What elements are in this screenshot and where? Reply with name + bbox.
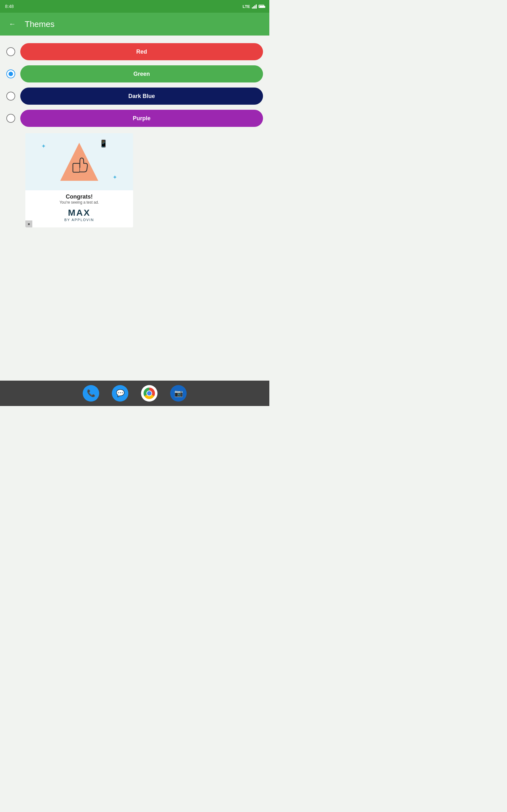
phone-outline-icon: 📱 — [99, 140, 108, 148]
theme-pill-dark-blue[interactable]: Dark Blue — [20, 88, 263, 105]
battery-icon — [259, 5, 264, 8]
thumbs-up-svg — [57, 140, 101, 184]
theme-pill-red[interactable]: Red — [20, 43, 263, 60]
nav-messages-button[interactable]: 💬 — [112, 385, 128, 402]
svg-marker-0 — [60, 143, 98, 181]
ad-image: ✦ ✦ 📱 — [25, 133, 133, 190]
camera-nav-icon: 📷 — [174, 389, 183, 397]
radio-dark-blue[interactable] — [6, 92, 15, 101]
ad-text-section: Congrats! You're seeing a test ad. MAX B… — [25, 190, 133, 227]
ad-max-logo: MAX BY APPLOVIN — [31, 208, 128, 223]
radio-green[interactable] — [6, 69, 15, 78]
nav-chrome-button[interactable] — [141, 385, 158, 402]
sparkle-icon-2: ✦ — [112, 174, 117, 181]
back-button[interactable]: ← — [6, 18, 18, 30]
sparkle-icon-1: ✦ — [41, 143, 46, 150]
nav-camera-button[interactable]: 📷 — [170, 385, 187, 402]
radio-purple[interactable] — [6, 114, 15, 123]
chrome-icon — [144, 388, 155, 399]
content-area: Red Green Dark Blue Purple ✦ ✦ 📱 — [0, 36, 269, 380]
theme-pill-green[interactable]: Green — [20, 65, 263, 83]
ad-sub-text: You're seeing a test ad. — [31, 200, 128, 205]
lte-indicator: LTE — [242, 4, 250, 9]
theme-row-red: Red — [6, 43, 263, 60]
theme-pill-purple[interactable]: Purple — [20, 110, 263, 127]
theme-row-dark-blue: Dark Blue — [6, 88, 263, 105]
bottom-nav: 📞 💬 📷 — [0, 380, 269, 406]
signal-icon — [252, 4, 257, 9]
status-icons: LTE — [242, 4, 264, 9]
nav-phone-button[interactable]: 📞 — [83, 385, 99, 402]
theme-row-purple: Purple — [6, 110, 263, 127]
status-bar: 8:48 LTE — [0, 0, 269, 13]
theme-row-green: Green — [6, 65, 263, 83]
by-applovin-label: BY APPLOVIN — [31, 218, 128, 222]
svg-rect-1 — [73, 163, 80, 172]
app-bar: ← Themes — [0, 13, 269, 36]
radio-red[interactable] — [6, 47, 15, 56]
ad-close-button[interactable]: ■ — [25, 220, 32, 227]
messages-nav-icon: 💬 — [116, 389, 124, 397]
max-label: MAX — [31, 208, 128, 218]
phone-nav-icon: 📞 — [87, 389, 95, 397]
ad-congrats-text: Congrats! — [31, 194, 128, 200]
page-title: Themes — [25, 19, 55, 29]
time: 8:48 — [5, 4, 14, 9]
ad-banner[interactable]: ✦ ✦ 📱 Congrats! You're seeing a test ad. — [25, 133, 133, 227]
